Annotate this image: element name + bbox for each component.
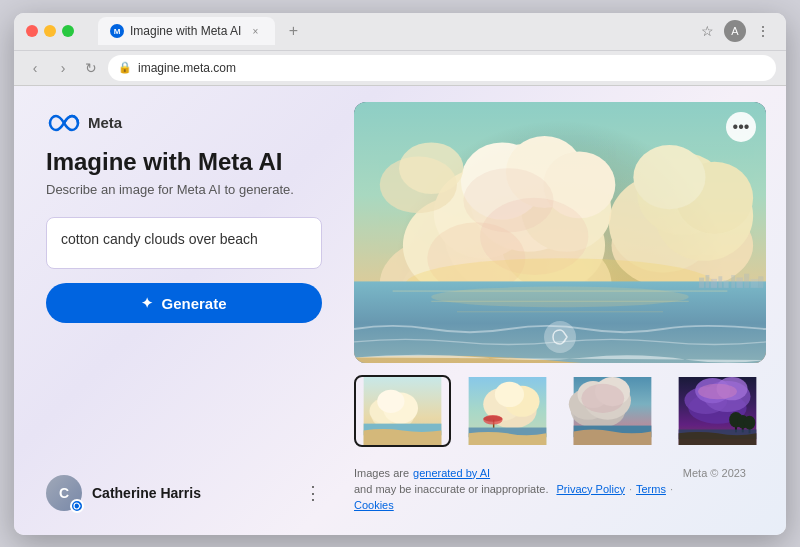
address-bar[interactable]: 🔒 imagine.meta.com	[108, 55, 776, 81]
tab-title: Imagine with Meta AI	[130, 24, 241, 38]
thumbnail-2[interactable]	[459, 375, 556, 447]
generate-button-label: Generate	[161, 295, 226, 312]
footer-privacy-link[interactable]: Privacy Policy	[556, 483, 624, 495]
prompt-input[interactable]: cotton candy clouds over beach	[46, 217, 322, 269]
thumbnails-row	[354, 375, 766, 447]
image-options-button[interactable]: •••	[726, 112, 756, 142]
svg-point-65	[581, 383, 624, 412]
browser-window: M Imagine with Meta AI × + ☆ A ⋮ ‹ › ↻ 🔒…	[14, 13, 786, 535]
meta-logo: Meta	[46, 114, 322, 132]
user-menu-button[interactable]: ⋮	[304, 482, 322, 504]
back-button[interactable]: ‹	[24, 57, 46, 79]
page-subtitle: Describe an image for Meta AI to generat…	[46, 182, 322, 197]
svg-rect-28	[393, 290, 728, 291]
svg-point-57	[483, 415, 502, 421]
forward-button[interactable]: ›	[52, 57, 74, 79]
close-traffic-light[interactable]	[26, 25, 38, 37]
main-image-container: •••	[354, 102, 766, 363]
copyright: Meta © 2023	[683, 467, 746, 479]
svg-rect-39	[731, 274, 735, 287]
page-content: Meta Imagine with Meta AI Describe an im…	[14, 86, 786, 535]
svg-point-48	[377, 389, 404, 412]
footer-disclaimer: Images are	[354, 467, 409, 479]
svg-rect-29	[431, 300, 689, 301]
svg-point-16	[463, 168, 553, 232]
svg-rect-42	[751, 278, 759, 287]
address-bar-row: ‹ › ↻ 🔒 imagine.meta.com	[14, 51, 786, 86]
user-name: Catherine Harris	[92, 485, 294, 501]
avatar: C	[46, 475, 82, 511]
bookmark-icon[interactable]: ☆	[696, 20, 718, 42]
svg-rect-35	[705, 274, 709, 287]
svg-rect-36	[711, 278, 717, 287]
svg-rect-38	[724, 280, 729, 288]
generate-button[interactable]: ✦ Generate	[46, 283, 322, 323]
user-profile-icon[interactable]: A	[724, 20, 746, 42]
new-tab-button[interactable]: +	[279, 17, 307, 45]
menu-icon[interactable]: ⋮	[752, 20, 774, 42]
svg-rect-41	[744, 273, 749, 287]
meta-logo-text: Meta	[88, 114, 122, 131]
svg-rect-34	[699, 277, 704, 287]
svg-rect-30	[457, 311, 663, 312]
footer: Meta © 2023 Images are generated by AI a…	[354, 459, 766, 519]
footer-cookies-link[interactable]: Cookies	[354, 499, 394, 511]
user-area: C Catherine Harris ⋮	[34, 467, 334, 519]
svg-rect-37	[718, 276, 722, 288]
minimize-traffic-light[interactable]	[44, 25, 56, 37]
maximize-traffic-light[interactable]	[62, 25, 74, 37]
left-panel: Meta Imagine with Meta AI Describe an im…	[14, 86, 354, 535]
svg-point-79	[744, 415, 756, 429]
reload-button[interactable]: ↻	[80, 57, 102, 79]
footer-link-ai[interactable]: generated by AI	[413, 467, 490, 479]
footer-separator-2: ·	[670, 483, 673, 495]
page-title: Imagine with Meta AI	[46, 148, 322, 177]
thumbnail-1[interactable]	[354, 375, 451, 447]
svg-point-54	[495, 381, 524, 406]
svg-point-24	[399, 142, 463, 194]
svg-point-73	[698, 383, 737, 399]
meta-logo-icon	[46, 114, 82, 132]
more-options-icon: •••	[733, 118, 750, 136]
svg-rect-40	[736, 277, 742, 287]
browser-titlebar: M Imagine with Meta AI × + ☆ A ⋮	[14, 13, 786, 51]
sparkle-icon: ✦	[141, 295, 153, 311]
avatar-initial: C	[59, 485, 69, 501]
image-watermark	[544, 321, 576, 353]
tab-favicon: M	[110, 24, 124, 38]
footer-disclaimer2: and may be inaccurate or inappropriate.	[354, 483, 548, 495]
svg-point-27	[431, 286, 689, 307]
tab-close-button[interactable]: ×	[247, 23, 263, 39]
svg-point-22	[633, 144, 705, 208]
traffic-lights	[26, 25, 74, 37]
browser-actions: ☆ A ⋮	[696, 20, 774, 42]
avatar-badge	[70, 499, 84, 513]
tab-bar: M Imagine with Meta AI × +	[90, 13, 682, 50]
active-tab[interactable]: M Imagine with Meta AI ×	[98, 17, 275, 45]
url-text: imagine.meta.com	[138, 61, 236, 75]
right-panel: •••	[354, 86, 786, 535]
footer-terms-link[interactable]: Terms	[636, 483, 666, 495]
footer-links: Images are generated by AI and may be in…	[354, 467, 683, 511]
lock-icon: 🔒	[118, 61, 132, 74]
footer-separator-1: ·	[629, 483, 632, 495]
thumbnail-4[interactable]	[669, 375, 766, 447]
thumbnail-3[interactable]	[564, 375, 661, 447]
svg-rect-43	[758, 276, 763, 288]
